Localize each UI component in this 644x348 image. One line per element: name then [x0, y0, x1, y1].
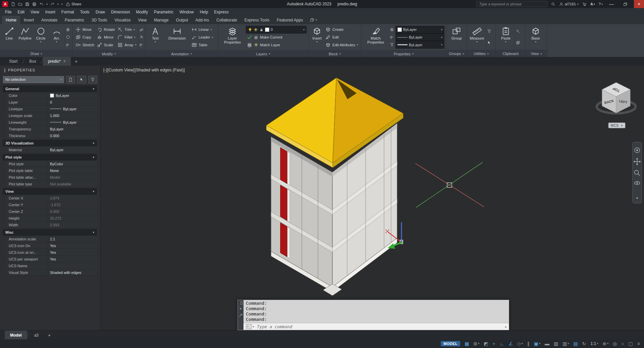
user-account-button[interactable]: al7161 ▾	[559, 2, 579, 6]
match-layer-button[interactable]: Match Layer	[246, 41, 307, 49]
property-value-cell[interactable]: Yes	[48, 242, 97, 249]
ribbon-tab-home[interactable]: Home	[2, 16, 20, 24]
select-objects-button[interactable]	[77, 76, 86, 83]
property-value-cell[interactable]: 1.000	[48, 112, 97, 119]
undo-icon[interactable]	[39, 2, 44, 6]
property-value-cell[interactable]: Yes	[48, 249, 97, 255]
rectangle-icon[interactable]	[66, 27, 70, 32]
lineweight-dropdown[interactable]: ByLayer ▾	[395, 41, 444, 49]
app-store-cart-icon[interactable]	[582, 2, 587, 6]
graphics-performance-icon[interactable]: ▢	[629, 341, 633, 346]
command-history[interactable]: Command:Command:Command:Command:	[244, 300, 509, 323]
property-value-cell[interactable]: 1:1	[48, 236, 97, 242]
property-value-cell[interactable]: Not available	[48, 181, 97, 187]
annotation-visibility-icon[interactable]: ▤	[573, 341, 578, 346]
dynamic-input-icon[interactable]: +	[492, 341, 495, 346]
make-current-button[interactable]: Make Current	[246, 34, 307, 41]
menu-window[interactable]: Window	[176, 9, 197, 15]
property-row-transparency[interactable]: TransparencyByLayer	[7, 126, 97, 132]
ribbon-tab-featured-apps[interactable]: Featured Apps	[273, 16, 307, 24]
polyline-button[interactable]: Polyline	[17, 25, 33, 49]
palette-header[interactable]: ▐ PROPERTIES	[0, 66, 100, 74]
property-row-ucs-icon-on[interactable]: UCS icon OnYes	[7, 242, 97, 249]
ribbon-tab-insert[interactable]: Insert	[20, 16, 38, 24]
section-collapse-icon[interactable]: ▾	[93, 141, 94, 145]
property-row-width[interactable]: Width2.693	[7, 222, 97, 228]
property-value-cell[interactable]: ByLayer	[48, 147, 97, 153]
menu-view[interactable]: View	[28, 9, 42, 15]
ribbon-tab-express-tools[interactable]: Express Tools	[241, 16, 273, 24]
paste-button[interactable]: Paste ▾	[497, 25, 514, 49]
panel-title-groups[interactable]: Groups▾	[446, 50, 467, 57]
command-input-row[interactable]: >_ ▾ ▴	[244, 323, 509, 330]
create-block-button[interactable]: Create	[324, 26, 359, 34]
command-close-icon[interactable]: ×	[239, 307, 242, 311]
menu-format[interactable]: Format	[58, 9, 77, 15]
menu-tools[interactable]: Tools	[77, 9, 93, 15]
property-row-ucs-name[interactable]: UCS Name	[7, 263, 97, 269]
section-header-view[interactable]: View▾	[3, 188, 97, 195]
object-color-dropdown[interactable]: ByLayer ▾	[395, 26, 444, 34]
measure-button[interactable]: Measure ▾	[469, 25, 485, 49]
palette-grip-icon[interactable]: ▐	[3, 68, 6, 72]
command-window[interactable]: × Command:Command:Command:Command: >_ ▾ …	[237, 300, 509, 330]
ribbon-tab-output[interactable]: Output	[172, 16, 192, 24]
annotation-scale-icon[interactable]: 1:1▾	[590, 341, 598, 346]
ribbon-tab-manage[interactable]: Manage	[150, 16, 172, 24]
building-model[interactable]	[266, 78, 403, 296]
edit-block-button[interactable]: Edit	[324, 34, 359, 41]
property-row-center-x[interactable]: Center X3.874	[7, 195, 97, 201]
explode-icon[interactable]	[139, 35, 144, 39]
menu-dimension[interactable]: Dimension	[108, 9, 133, 15]
ribbon-minimize-icon[interactable]	[310, 18, 314, 22]
layout-tab-model[interactable]: Model	[5, 331, 27, 340]
property-row-plot-style-table[interactable]: Plot style tableNone	[7, 167, 97, 174]
arc-button[interactable]: Arc ▾	[49, 25, 64, 49]
polar-tracking-icon[interactable]: ∠	[508, 341, 513, 346]
ribbon-tab-3d-tools[interactable]: 3D Tools	[88, 16, 111, 24]
panel-title-properties[interactable]: Properties▾	[361, 50, 446, 57]
property-row-thickness[interactable]: Thickness0.000	[7, 132, 97, 139]
property-row-center-z[interactable]: Center Z0.000	[7, 208, 97, 215]
new-drawing-tab-button[interactable]: +	[71, 57, 82, 66]
property-value-cell[interactable]: -1.672	[48, 201, 97, 208]
property-row-linetype-scale[interactable]: Linetype scale1.000	[7, 112, 97, 119]
transparency-display-icon[interactable]: ▨	[554, 341, 558, 346]
property-row-plot-table-type[interactable]: Plot table typeNot available	[7, 181, 97, 187]
property-row-material[interactable]: MaterialByLayer	[7, 147, 97, 153]
property-row-ucs-per-viewport[interactable]: UCS per viewportYes	[7, 256, 97, 263]
save-icon[interactable]	[25, 2, 30, 6]
selection-cycling-icon[interactable]: ▥▾	[562, 341, 569, 346]
menu-help[interactable]: Help	[197, 9, 211, 15]
share-button[interactable]: Share	[66, 2, 81, 6]
autodesk-apps-button[interactable]: A ▾	[590, 2, 595, 6]
autocad-logo[interactable]: A	[2, 1, 8, 7]
command-input[interactable]	[256, 324, 502, 330]
layout-tab-a3[interactable]: a3	[29, 331, 44, 340]
search-box[interactable]	[476, 1, 547, 7]
toggle-pickadd-button[interactable]	[66, 76, 75, 83]
selection-dropdown[interactable]: No selection ▾	[3, 76, 64, 83]
array-button[interactable]: Array▾	[116, 41, 137, 49]
ellipse-icon[interactable]	[66, 35, 70, 39]
search-icon[interactable]	[551, 2, 555, 6]
section-header-general[interactable]: General▾	[3, 85, 97, 92]
property-value-cell[interactable]	[48, 263, 97, 269]
menu-parametric[interactable]: Parametric	[151, 9, 176, 15]
match-properties-button[interactable]: Match Properties	[363, 25, 388, 50]
property-value-cell[interactable]: 3.874	[48, 195, 97, 201]
property-value-cell[interactable]: 0	[48, 99, 97, 105]
scale-button[interactable]: Scale	[96, 41, 116, 49]
copy-button[interactable]: Copy	[74, 34, 95, 41]
layer-dropdown[interactable]: 0 ▾	[246, 26, 307, 34]
text-button[interactable]: Text ▾	[147, 25, 164, 50]
property-value-cell[interactable]: ByLayer	[48, 126, 97, 132]
property-value-cell[interactable]: 15.272	[48, 215, 97, 221]
erase-icon[interactable]	[139, 27, 144, 32]
section-collapse-icon[interactable]: ▾	[93, 231, 94, 234]
undo-dropdown-icon[interactable]: ▾	[46, 3, 48, 6]
quick-select-button[interactable]	[88, 76, 97, 83]
property-row-plot-table-attac[interactable]: Plot table attac...Model	[7, 174, 97, 181]
property-value-cell[interactable]: None	[48, 167, 97, 174]
panel-title-draw[interactable]: Draw▾	[0, 50, 72, 57]
